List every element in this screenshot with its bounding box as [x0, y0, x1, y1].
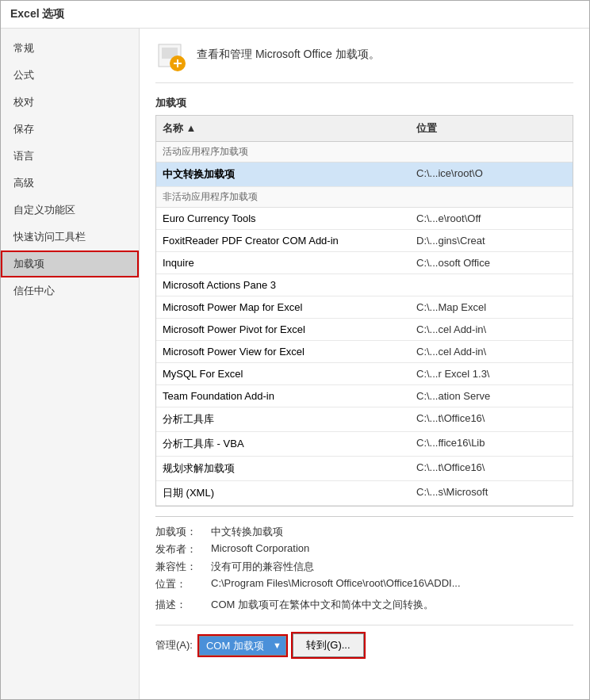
bottom-bar: 管理(A): COM 加载项 Excel 加载项 禁用项目 ▼ 转到(G)... [155, 625, 573, 657]
goto-button[interactable]: 转到(G)... [293, 633, 364, 657]
table-row[interactable]: Euro Currency Tools C:\...e\root\Off [156, 208, 573, 230]
detail-desc: 描述： COM 加载项可在繁体中文和简体中文之间转换。 [155, 598, 573, 612]
sidebar-item-公式[interactable]: 公式 [1, 62, 139, 89]
manage-label: 管理(A): [155, 638, 193, 652]
sidebar-item-保存[interactable]: 保存 [1, 116, 139, 143]
detail-desc-value: COM 加载项可在繁体中文和简体中文之间转换。 [211, 598, 573, 612]
sidebar-item-校对[interactable]: 校对 [1, 89, 139, 116]
table-row[interactable]: Inquire C:\...osoft Office [156, 252, 573, 274]
sidebar-item-加载项[interactable]: 加载项 [1, 251, 139, 277]
row-location: C:\...ice\root\O [410, 165, 573, 184]
section-title: 加载项 [155, 96, 573, 110]
row-location: C:\...ffice16\Lib [410, 434, 573, 453]
detail-location-label: 位置： [155, 577, 211, 591]
detail-publisher-value: Microsoft Corporation [211, 542, 573, 557]
row-location: C:\...ation Serve [410, 388, 573, 404]
sidebar-item-自定义功能区[interactable]: 自定义功能区 [1, 197, 139, 224]
row-location: C:\...Map Excel [410, 299, 573, 316]
excel-options-dialog: Excel 选项 常规公式校对保存语言高级自定义功能区快速访问工具栏加载项信任中… [0, 0, 590, 700]
row-name: 规划求解加载项 [156, 459, 410, 478]
header-title: 查看和管理 Microsoft Office 加载项。 [197, 41, 380, 63]
detail-compat: 兼容性： 没有可用的兼容性信息 [155, 560, 573, 574]
table-row[interactable]: 规划求解加载项 C:\...t\Office16\ [156, 457, 573, 481]
row-name: Microsoft Power View for Excel [156, 343, 410, 360]
col-header-name: 名称 ▲ [156, 119, 410, 138]
dialog-title: Excel 选项 [1, 1, 589, 29]
main-content: 查看和管理 Microsoft Office 加载项。 加载项 名称 ▲ 位置 … [140, 29, 589, 699]
col-header-location: 位置 [410, 119, 573, 138]
table-row[interactable]: Microsoft Actions Pane 3 [156, 274, 573, 296]
table-header-row: 名称 ▲ 位置 [156, 116, 573, 142]
row-name: Euro Currency Tools [156, 210, 410, 227]
row-location: C:\...osoft Office [410, 254, 573, 271]
manage-select[interactable]: COM 加载项 Excel 加载项 禁用项目 [199, 636, 286, 656]
office-addins-icon [155, 41, 187, 73]
table-row[interactable]: 日期 (XML) C:\...s\Microsoft [156, 481, 573, 506]
detail-addin-value: 中文转换加载项 [211, 525, 573, 539]
row-name: 中文转换加载项 [156, 165, 410, 184]
detail-location-value: C:\Program Files\Microsoft Office\root\O… [211, 577, 573, 591]
row-location: C:\...t\Office16\ [410, 459, 573, 478]
sidebar-item-语言[interactable]: 语言 [1, 143, 139, 170]
row-name: Microsoft Power Pivot for Excel [156, 321, 410, 338]
row-name: Microsoft Power Map for Excel [156, 299, 410, 316]
row-name: Team Foundation Add-in [156, 388, 410, 404]
row-location: D:\...gins\Creat [410, 232, 573, 249]
details-area: 加载项： 中文转换加载项 发布者： Microsoft Corporation … [155, 516, 573, 612]
detail-addin-label: 加载项： [155, 525, 211, 539]
sidebar-item-高级[interactable]: 高级 [1, 170, 139, 197]
row-location: C:\...r Excel 1.3\ [410, 365, 573, 382]
row-name: 分析工具库 [156, 410, 410, 429]
group-active-label: 活动应用程序加载项 [156, 142, 573, 163]
row-name: Inquire [156, 254, 410, 271]
sidebar-item-常规[interactable]: 常规 [1, 35, 139, 62]
dialog-body: 常规公式校对保存语言高级自定义功能区快速访问工具栏加载项信任中心 查看和管理 M… [1, 29, 589, 699]
table-row[interactable]: 中文转换加载项 C:\...ice\root\O [156, 163, 573, 187]
table-row[interactable]: Microsoft Power Pivot for Excel C:\...ce… [156, 319, 573, 341]
table-row[interactable]: Microsoft Power View for Excel C:\...cel… [156, 341, 573, 363]
manage-select-wrapper[interactable]: COM 加载项 Excel 加载项 禁用项目 ▼ [199, 636, 286, 656]
detail-compat-label: 兼容性： [155, 560, 211, 574]
row-name: 日期 (XML) [156, 484, 410, 503]
detail-desc-label: 描述： [155, 598, 211, 612]
row-location: C:\...t\Office16\ [410, 410, 573, 429]
row-location: C:\...e\root\Off [410, 210, 573, 227]
row-location: C:\...s\Microsoft [410, 484, 573, 503]
detail-publisher: 发布者： Microsoft Corporation [155, 542, 573, 557]
table-row[interactable]: 分析工具库 - VBA C:\...ffice16\Lib [156, 432, 573, 457]
row-name: Microsoft Actions Pane 3 [156, 277, 410, 293]
header-area: 查看和管理 Microsoft Office 加载项。 [155, 41, 573, 83]
row-location: C:\...cel Add-in\ [410, 321, 573, 338]
detail-location: 位置： C:\Program Files\Microsoft Office\ro… [155, 577, 573, 591]
table-row[interactable]: 分析工具库 C:\...t\Office16\ [156, 407, 573, 432]
sidebar-item-快速访问工具栏[interactable]: 快速访问工具栏 [1, 224, 139, 251]
row-name: MySQL For Excel [156, 365, 410, 382]
row-name: 分析工具库 - VBA [156, 434, 410, 453]
group-inactive-label: 非活动应用程序加载项 [156, 187, 573, 208]
detail-publisher-label: 发布者： [155, 542, 211, 557]
table-row[interactable]: MySQL For Excel C:\...r Excel 1.3\ [156, 363, 573, 385]
row-location [410, 277, 573, 293]
sidebar: 常规公式校对保存语言高级自定义功能区快速访问工具栏加载项信任中心 [1, 29, 140, 699]
table-row[interactable]: FoxitReader PDF Creator COM Add-in D:\..… [156, 230, 573, 252]
addins-table: 名称 ▲ 位置 活动应用程序加载项 中文转换加载项 C:\...ice\root… [155, 115, 573, 507]
table-row[interactable]: Microsoft Power Map for Excel C:\...Map … [156, 296, 573, 319]
detail-addin: 加载项： 中文转换加载项 [155, 525, 573, 539]
sidebar-item-信任中心[interactable]: 信任中心 [1, 277, 139, 304]
detail-compat-value: 没有可用的兼容性信息 [211, 560, 573, 574]
row-name: FoxitReader PDF Creator COM Add-in [156, 232, 410, 249]
table-row[interactable]: Team Foundation Add-in C:\...ation Serve [156, 385, 573, 407]
row-location: C:\...cel Add-in\ [410, 343, 573, 360]
